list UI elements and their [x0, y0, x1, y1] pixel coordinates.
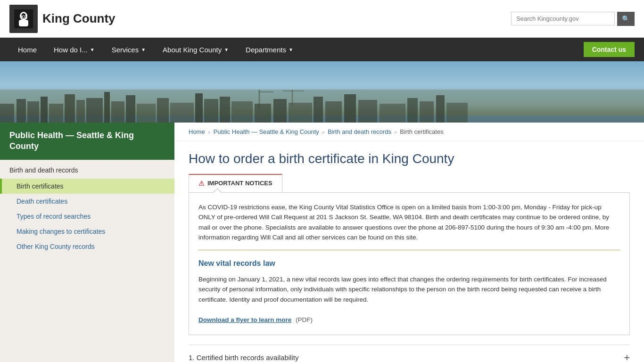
nav-departments[interactable]: Departments ▼ [237, 38, 302, 61]
svg-rect-34 [344, 94, 356, 123]
svg-rect-22 [204, 99, 218, 123]
notice-subtitle: New vital records law [198, 257, 620, 270]
notice-divider [198, 250, 620, 250]
svg-rect-20 [170, 103, 194, 123]
breadcrumb-sep-3: » [394, 129, 397, 135]
tab-label: IMPORTANT NOTICES [207, 180, 272, 187]
svg-rect-11 [49, 104, 63, 123]
svg-rect-31 [289, 103, 312, 123]
svg-rect-38 [420, 101, 434, 123]
svg-rect-7 [0, 104, 14, 123]
accordion-item-1[interactable]: 1. Certified birth records availability … [189, 345, 630, 362]
svg-rect-15 [104, 92, 110, 123]
svg-text:KC: KC [21, 15, 27, 20]
search-area: 🔍 [511, 12, 635, 26]
svg-rect-33 [325, 101, 342, 123]
svg-rect-24 [231, 101, 253, 123]
svg-rect-29 [255, 104, 271, 123]
breadcrumb-public-health[interactable]: Public Health — Seattle & King County [214, 128, 319, 135]
svg-rect-18 [137, 104, 156, 123]
sidebar-item-making-changes[interactable]: Making changes to certificates [0, 224, 174, 239]
svg-rect-40 [446, 103, 468, 123]
accordion-label-1: 1. Certified birth records availability [189, 354, 298, 362]
hero-banner [0, 61, 644, 123]
notice-body: Beginning on January 1, 2021, a new vita… [198, 274, 620, 305]
nav-home[interactable]: Home [9, 38, 45, 61]
nav-how-do-i[interactable]: How do I... ▼ [45, 38, 103, 61]
chevron-down-icon: ▼ [224, 47, 229, 52]
nav-bar: Home How do I... ▼ Services ▼ About King… [0, 38, 644, 61]
breadcrumb-home[interactable]: Home [189, 128, 205, 135]
svg-rect-17 [126, 95, 135, 123]
svg-rect-10 [41, 97, 48, 123]
svg-rect-2 [19, 20, 28, 26]
notice-arrow-inner [213, 189, 222, 193]
svg-rect-12 [65, 94, 75, 123]
tab-bar: ⚠ IMPORTANT NOTICES [174, 174, 644, 192]
sidebar-item-other-records[interactable]: Other King County records [0, 239, 174, 254]
notice-text: As COVID-19 restrictions ease, the King … [198, 202, 620, 243]
logo-text: King County [42, 11, 116, 26]
sidebar-section-title[interactable]: Birth and death records [0, 160, 174, 179]
sidebar-item-types-search[interactable]: Types of record searches [0, 209, 174, 224]
download-link[interactable]: Download a flyer to learn more [198, 316, 291, 323]
svg-rect-16 [111, 101, 124, 123]
search-button[interactable]: 🔍 [617, 12, 635, 26]
logo-icon: KC [9, 5, 38, 33]
warning-icon: ⚠ [198, 180, 205, 187]
svg-rect-36 [380, 104, 405, 123]
accordion-plus-icon-1: + [624, 352, 630, 362]
search-input[interactable] [511, 12, 615, 25]
nav-about[interactable]: About King County ▼ [154, 38, 237, 61]
notice-box: As COVID-19 restrictions ease, the King … [189, 192, 630, 335]
chevron-down-icon: ▼ [289, 47, 293, 52]
sidebar-item-death-cert[interactable]: Death certificates [0, 194, 174, 209]
chevron-down-icon: ▼ [90, 47, 95, 52]
content-area: Home » Public Health — Seattle & King Co… [174, 123, 644, 362]
svg-rect-9 [27, 101, 39, 123]
chevron-down-icon: ▼ [141, 47, 146, 52]
page-title: How to order a birth certificate in King… [174, 141, 644, 174]
breadcrumb-sep-2: » [322, 129, 325, 135]
svg-rect-23 [220, 97, 230, 123]
download-suffix: (PDF) [296, 316, 313, 323]
skyline-svg [0, 90, 644, 123]
sidebar-item-birth-cert[interactable]: Birth certificates [0, 179, 174, 194]
breadcrumb-birth-death[interactable]: Birth and death records [328, 128, 391, 135]
breadcrumb-current: Birth certificates [400, 128, 443, 135]
nav-services[interactable]: Services ▼ [103, 38, 154, 61]
breadcrumb: Home » Public Health — Seattle & King Co… [174, 123, 644, 141]
svg-rect-13 [76, 100, 85, 123]
sidebar-title: Public Health — Seattle & King County [0, 123, 174, 160]
svg-rect-35 [358, 100, 377, 123]
tab-important-notices[interactable]: ⚠ IMPORTANT NOTICES [189, 174, 282, 192]
main-container: Public Health — Seattle & King County Bi… [0, 123, 644, 362]
breadcrumb-sep-1: » [208, 129, 211, 135]
svg-rect-14 [86, 98, 103, 123]
logo-area: KC King County [9, 5, 116, 33]
sidebar: Public Health — Seattle & King County Bi… [0, 123, 174, 362]
svg-rect-37 [407, 98, 418, 123]
svg-rect-21 [195, 93, 203, 123]
svg-rect-8 [17, 99, 26, 123]
contact-us-button[interactable]: Contact us [584, 42, 635, 57]
svg-rect-19 [157, 98, 169, 123]
svg-rect-30 [273, 99, 287, 123]
svg-rect-32 [314, 97, 323, 123]
svg-rect-39 [436, 95, 445, 123]
top-header: KC King County 🔍 [0, 0, 644, 38]
